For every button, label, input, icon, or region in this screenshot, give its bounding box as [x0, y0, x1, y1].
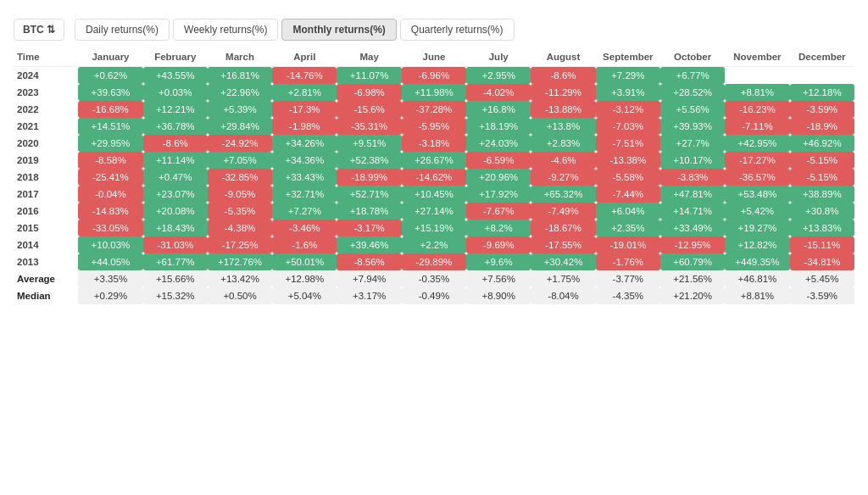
cell-2021-May: -35.31%: [337, 118, 401, 135]
col-header-september: September: [596, 47, 660, 67]
avg-cell-September: -3.77%: [596, 270, 660, 287]
cell-2022-May: -15.6%: [337, 101, 401, 118]
cell-2019-October: +10.17%: [660, 152, 725, 169]
col-header-august: August: [531, 47, 595, 67]
cell-2013-December: -34.81%: [790, 253, 854, 270]
cell-2023-May: -6.98%: [337, 84, 401, 101]
cell-2016-March: -5.35%: [208, 203, 272, 220]
cell-2018-June: -14.62%: [402, 169, 466, 186]
cell-2014-February: -31.03%: [143, 236, 208, 253]
avg-cell-July: +7.56%: [466, 270, 531, 287]
cell-2023-April: +2.81%: [272, 84, 337, 101]
cell-2018-March: -32.85%: [208, 169, 272, 186]
tabs-row: BTC ⇅ Daily returns(%) Weekly returns(%)…: [14, 19, 854, 41]
cell-2019-August: -4.6%: [531, 152, 595, 169]
year-cell-2019: 2019: [14, 152, 78, 169]
cell-2013-August: +30.42%: [531, 253, 595, 270]
table-row: 2024+0.62%+43.55%+16.81%-14.76%+11.07%-6…: [14, 67, 854, 85]
btc-selector[interactable]: BTC ⇅: [14, 19, 64, 41]
cell-2023-July: -4.02%: [466, 84, 531, 101]
cell-2022-October: +5.56%: [660, 101, 725, 118]
avg-cell-December: +5.45%: [790, 270, 854, 287]
cell-2023-October: +28.52%: [660, 84, 725, 101]
cell-2016-October: +14.71%: [660, 203, 725, 220]
returns-table: TimeJanuaryFebruaryMarchAprilMayJuneJuly…: [14, 47, 854, 304]
cell-2019-December: -5.15%: [790, 152, 854, 169]
cell-2024-July: +2.95%: [466, 67, 531, 85]
cell-2017-August: +65.32%: [531, 186, 595, 203]
cell-2014-May: +39.46%: [337, 236, 401, 253]
tab-daily[interactable]: Daily returns(%): [75, 19, 170, 41]
cell-2014-April: -1.6%: [272, 236, 337, 253]
col-header-june: June: [402, 47, 466, 67]
cell-2014-November: +12.82%: [725, 236, 789, 253]
cell-2019-March: +7.05%: [208, 152, 272, 169]
col-header-december: December: [790, 47, 854, 67]
table-row: 2015-33.05%+18.43%-4.38%-3.46%-3.17%+15.…: [14, 220, 854, 236]
cell-2020-July: +24.03%: [466, 135, 531, 152]
col-header-january: January: [78, 47, 142, 67]
tab-weekly[interactable]: Weekly returns(%): [173, 19, 278, 41]
cell-2024-August: -8.6%: [531, 67, 595, 85]
cell-2023-February: +0.03%: [143, 84, 208, 101]
year-cell-2023: 2023: [14, 84, 78, 101]
cell-2017-March: -9.05%: [208, 186, 272, 203]
cell-2020-September: -7.51%: [596, 135, 660, 152]
cell-2021-February: +36.78%: [143, 118, 208, 135]
tab-quarterly[interactable]: Quarterly returns(%): [400, 19, 515, 41]
median-cell-September: -4.35%: [596, 287, 660, 304]
col-header-february: February: [143, 47, 208, 67]
cell-2020-April: +34.26%: [272, 135, 337, 152]
median-cell-February: +15.32%: [143, 287, 208, 304]
cell-2022-February: +12.21%: [143, 101, 208, 118]
cell-2017-May: +52.71%: [337, 186, 401, 203]
cell-2016-April: +7.27%: [272, 203, 337, 220]
cell-2013-May: -8.56%: [337, 253, 401, 270]
cell-2015-January: -33.05%: [78, 220, 142, 236]
table-row: 2014+10.03%-31.03%-17.25%-1.6%+39.46%+2.…: [14, 236, 854, 253]
cell-2013-January: +44.05%: [78, 253, 142, 270]
cell-2020-February: -8.6%: [143, 135, 208, 152]
cell-2022-September: -3.12%: [596, 101, 660, 118]
cell-2016-July: -7.67%: [466, 203, 531, 220]
cell-2015-December: +13.83%: [790, 220, 854, 236]
avg-cell-November: +46.81%: [725, 270, 789, 287]
cell-2014-September: -19.01%: [596, 236, 660, 253]
cell-2022-December: -3.59%: [790, 101, 854, 118]
col-header-march: March: [208, 47, 272, 67]
col-header-april: April: [272, 47, 337, 67]
median-cell-May: +3.17%: [337, 287, 401, 304]
cell-2015-February: +18.43%: [143, 220, 208, 236]
tab-monthly[interactable]: Monthly returns(%): [281, 19, 396, 41]
cell-2019-February: +11.14%: [143, 152, 208, 169]
cell-2020-November: +42.95%: [725, 135, 789, 152]
cell-2013-November: +449.35%: [725, 253, 789, 270]
year-cell-2022: 2022: [14, 101, 78, 118]
year-cell-2014: 2014: [14, 236, 78, 253]
cell-2021-September: -7.03%: [596, 118, 660, 135]
median-cell-July: +8.90%: [466, 287, 531, 304]
cell-2019-April: +34.36%: [272, 152, 337, 169]
cell-2021-April: -1.98%: [272, 118, 337, 135]
cell-2014-March: -17.25%: [208, 236, 272, 253]
cell-2018-August: -9.27%: [531, 169, 595, 186]
cell-2021-January: +14.51%: [78, 118, 142, 135]
cell-2018-May: -18.99%: [337, 169, 401, 186]
cell-2018-July: +20.96%: [466, 169, 531, 186]
cell-2013-June: -29.89%: [402, 253, 466, 270]
cell-2014-January: +10.03%: [78, 236, 142, 253]
cell-2020-June: -3.18%: [402, 135, 466, 152]
cell-2023-December: +12.18%: [790, 84, 854, 101]
cell-2024-March: +16.81%: [208, 67, 272, 85]
cell-2019-September: -13.38%: [596, 152, 660, 169]
cell-2014-December: -15.11%: [790, 236, 854, 253]
cell-2024-May: +11.07%: [337, 67, 401, 85]
cell-2017-September: -7.44%: [596, 186, 660, 203]
cell-2014-June: +2.2%: [402, 236, 466, 253]
median-cell-December: -3.59%: [790, 287, 854, 304]
cell-2023-November: +8.81%: [725, 84, 789, 101]
cell-2016-May: +18.78%: [337, 203, 401, 220]
cell-2013-July: +9.6%: [466, 253, 531, 270]
cell-2020-August: +2.83%: [531, 135, 595, 152]
cell-2017-April: +32.71%: [272, 186, 337, 203]
